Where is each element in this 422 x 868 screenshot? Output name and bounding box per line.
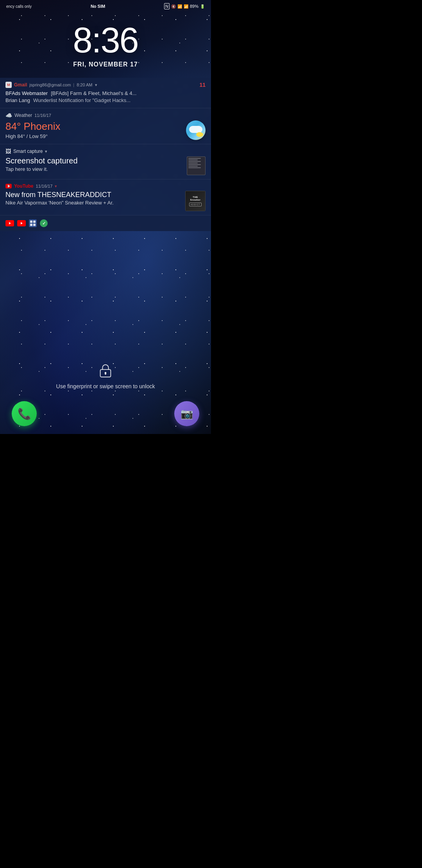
camera-icon: 📷: [181, 408, 193, 420]
sneaker-logo-text: THESneaker: [190, 196, 201, 202]
youtube-notification[interactable]: YouTube 11/16/17 ▾ New from THESNEAKERAD…: [0, 179, 211, 215]
notification-icons-row: ✓: [0, 215, 211, 231]
yt-small-icon-2: [17, 220, 26, 226]
grid-dot-3: [30, 224, 32, 226]
mute-icon: 🔇: [171, 4, 176, 9]
youtube-body: New from THESNEAKERADDICT Nike Air Vapor…: [5, 191, 206, 211]
gmail-account: jspring86@gmail.com: [29, 82, 71, 87]
thumb-line-6: [188, 166, 198, 167]
camera-button[interactable]: 📷: [174, 401, 199, 426]
gmail-row2: Brian LangWunderlist Notification for "G…: [5, 97, 131, 103]
weather-info: 84° Phoenix High 84° / Low 59°: [5, 120, 61, 139]
weather-header: ☁️ Weather 11/16/17: [5, 112, 206, 118]
youtube-text: New from THESNEAKERADDICT Nike Air Vapor…: [5, 191, 182, 206]
svg-point-2: [105, 372, 107, 374]
clock-date: FRI, NOVEMBER 17: [73, 61, 138, 68]
smartcapture-notification[interactable]: 🖼 Smart capture ▾ Screenshot captured Ta…: [0, 144, 211, 179]
smartcapture-header: 🖼 Smart capture ▾: [5, 148, 206, 154]
phone-button[interactable]: 📞: [12, 401, 37, 426]
smartcapture-app-name: Smart capture: [13, 149, 43, 154]
youtube-title: New from THESNEAKERADDICT: [5, 191, 182, 199]
sneaker-logo-sub: ADDICT: [189, 203, 202, 206]
lock-icon: [98, 363, 113, 378]
grid-icon: [29, 219, 37, 227]
gmail-time: 8:20 AM: [77, 82, 92, 87]
youtube-app-name: YouTube: [14, 183, 34, 189]
status-icons: N 🔇 📶 📶 89% 🔋: [164, 3, 205, 9]
gmail-row1: BFAds Webmaster[BFAds] Farm & Fleet, Mic…: [5, 90, 206, 97]
youtube-date: 11/16/17: [36, 184, 53, 188]
battery-percent: 89%: [190, 4, 198, 9]
thumb-line-7: [188, 167, 201, 168]
grid-dot-2: [33, 221, 36, 223]
smartcapture-body: Screenshot captured Tap here to view it.: [5, 156, 206, 175]
check-icon: ✓: [40, 219, 48, 227]
smartcapture-chevron: ▾: [45, 149, 47, 154]
gmail-body: BFAds Webmaster[BFAds] Farm & Fleet, Mic…: [5, 90, 206, 104]
gmail-sender2: Brian Lang: [5, 97, 30, 103]
weather-range: High 84° / Low 59°: [5, 133, 61, 139]
capture-subtitle: Tap here to view it.: [5, 166, 78, 172]
capture-title: Screenshot captured: [5, 156, 78, 165]
status-bar: ency calls only No SIM N 🔇 📶 📶 89% 🔋: [0, 0, 211, 11]
wifi-icon: 📶: [177, 4, 182, 9]
thumb-line-3: [188, 161, 201, 162]
gmail-subject1: [BFAds] Farm & Fleet, Michael's & 4...: [51, 90, 136, 96]
signal-icon: 📶: [184, 4, 188, 9]
battery-icon: 🔋: [200, 4, 205, 9]
weather-date: 11/16/17: [34, 113, 51, 118]
yt-small-icon-1: [5, 220, 14, 226]
thumb-line-5: [188, 164, 201, 165]
lock-icon-wrap: [98, 363, 113, 380]
gmail-chevron-icon: ▾: [95, 82, 97, 88]
unlock-text: Use fingerprint or swipe screen to unloc…: [56, 383, 155, 389]
weather-small-icon: ☁️: [5, 112, 12, 118]
gmail-app-icon: M: [5, 82, 12, 88]
capture-thumbnail: [187, 156, 206, 175]
youtube-app-icon: [5, 184, 12, 188]
grid-dot-4: [33, 224, 36, 226]
gmail-sender1: BFAds Webmaster: [5, 90, 48, 96]
grid-dot-1: [30, 221, 32, 223]
status-carrier: ency calls only: [6, 4, 32, 9]
gmail-header: M Gmail jspring86@gmail.com | 8:20 AM ▾ …: [5, 82, 206, 88]
gmail-badge: 11: [199, 82, 206, 88]
youtube-thumbnail: THESneaker ADDICT: [185, 191, 206, 211]
clock-time: 8:36: [73, 23, 138, 58]
weather-app-name: Weather: [14, 113, 32, 118]
youtube-subtitle: Nike Air Vapormax 'Neon" Sneaker Review …: [5, 200, 182, 206]
nfc-icon: N: [164, 3, 170, 9]
clock-area: 8:36 FRI, NOVEMBER 17: [0, 11, 211, 78]
unlock-section: Use fingerprint or swipe screen to unloc…: [0, 363, 211, 397]
status-sim: No SIM: [91, 4, 105, 9]
thumb-line-4: [188, 163, 198, 163]
capture-icon: 🖼: [5, 148, 11, 154]
gmail-notification[interactable]: M Gmail jspring86@gmail.com | 8:20 AM ▾ …: [0, 78, 211, 108]
gmail-pipe: |: [73, 82, 74, 87]
youtube-header: YouTube 11/16/17 ▾: [5, 183, 206, 189]
thumb-line-1: [188, 158, 201, 159]
weather-main: 84° Phoenix High 84° / Low 59°: [5, 120, 206, 140]
weather-icon-ball: [186, 120, 206, 140]
gmail-app-name: Gmail: [14, 82, 27, 88]
weather-temperature: 84° Phoenix: [5, 120, 61, 133]
weather-notification[interactable]: ☁️ Weather 11/16/17 84° Phoenix High 84°…: [0, 108, 211, 144]
bottom-dock: 📞 📷: [0, 397, 211, 434]
notifications-panel: M Gmail jspring86@gmail.com | 8:20 AM ▾ …: [0, 78, 211, 231]
thumb-line-2: [188, 160, 198, 160]
youtube-chevron-icon: ▾: [55, 184, 57, 189]
gmail-subject2: Wunderlist Notification for "Gadget Hack…: [33, 97, 131, 103]
middle-spacer: [0, 231, 211, 363]
smartcapture-text: Screenshot captured Tap here to view it.: [5, 156, 78, 172]
phone-icon: 📞: [18, 407, 31, 420]
sneaker-thumb: THESneaker ADDICT: [186, 191, 205, 211]
